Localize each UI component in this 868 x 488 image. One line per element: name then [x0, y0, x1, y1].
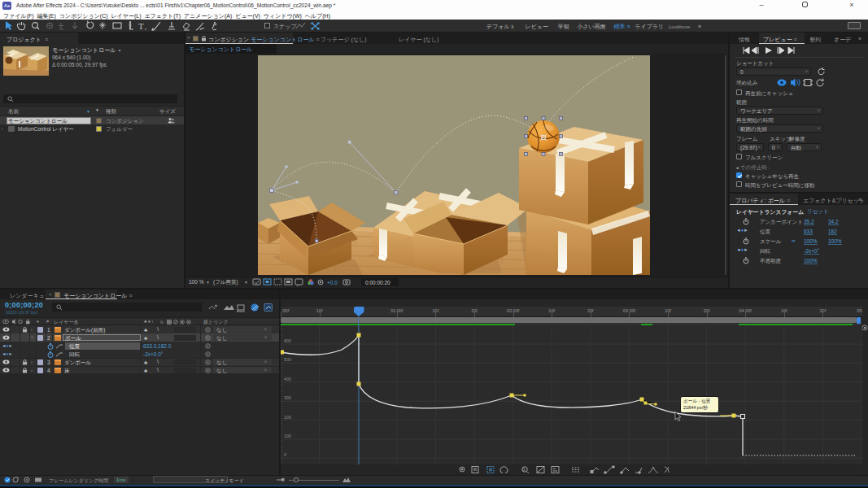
svg-text:100: 100	[284, 434, 291, 438]
svg-text:3: 3	[523, 467, 526, 472]
svg-text:200: 200	[284, 415, 291, 420]
svg-text:500: 500	[284, 357, 291, 362]
svg-text:300: 300	[284, 395, 291, 400]
svg-text:0: 0	[284, 452, 286, 457]
svg-text:T: T	[138, 21, 144, 31]
svg-text:600: 600	[284, 338, 291, 343]
svg-text:+0.0: +0.0	[327, 280, 338, 285]
svg-text:400: 400	[284, 377, 291, 381]
